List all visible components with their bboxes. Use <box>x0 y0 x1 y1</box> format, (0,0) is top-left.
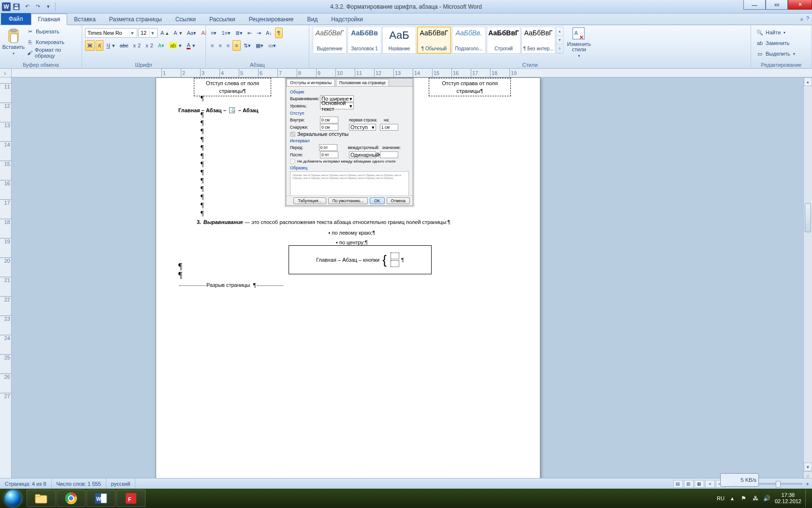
change-styles-button[interactable]: A Изменить стили▾ <box>564 26 594 58</box>
sort-icon[interactable]: A↓ <box>264 28 274 38</box>
change-case-icon[interactable]: Aa▾ <box>185 28 198 38</box>
tab-view[interactable]: Вид <box>300 14 324 25</box>
select-button[interactable]: ▭Выделить▾ <box>754 48 797 59</box>
prev-page-icon[interactable]: « <box>804 463 812 471</box>
tab-layout[interactable]: Разметка страницы <box>102 14 169 25</box>
tab-insert[interactable]: Вставка <box>67 14 102 25</box>
help-icon[interactable]: ? <box>806 15 809 22</box>
italic-button[interactable]: К <box>96 40 103 51</box>
style-emphasis[interactable]: АаБбВвГВыделение <box>313 27 347 54</box>
tab-home[interactable]: Главная <box>31 14 68 25</box>
redo-icon[interactable]: ↷ <box>33 2 43 12</box>
tab-review[interactable]: Рецензирование <box>242 14 301 25</box>
show-desktop-button[interactable] <box>805 490 810 507</box>
cut-button[interactable]: ✂Вырезать <box>24 26 79 37</box>
taskbar-chrome[interactable] <box>57 490 86 507</box>
style-gallery-scroll[interactable]: ▴▾≡ <box>556 27 564 54</box>
style-subtitle[interactable]: АаБбВв.Подзаголо... <box>452 27 486 54</box>
word-app-icon[interactable]: W <box>2 2 11 11</box>
style-title[interactable]: АаБНазвание <box>382 27 416 54</box>
tab-selector[interactable]: L <box>0 69 12 77</box>
page[interactable]: Отступ слева от поля страницы¶ Отступ сп… <box>156 77 540 489</box>
style-normal[interactable]: АаБбВвГ¶ Обычный <box>417 27 451 54</box>
horizontal-ruler[interactable]: 12345678910111213141516171819 <box>12 69 812 77</box>
network-widget[interactable]: 5 KB/s <box>720 473 759 487</box>
multilevel-icon[interactable]: ≣▾ <box>233 28 245 38</box>
status-page[interactable]: Страница: 4 из 8 <box>0 478 52 489</box>
underline-button[interactable]: Ч▾ <box>104 40 116 51</box>
font-color-icon[interactable]: A▾ <box>185 40 197 51</box>
status-language[interactable]: русский <box>106 478 135 489</box>
tab-mailings[interactable]: Рассылки <box>203 14 242 25</box>
replace-button[interactable]: abЗаменить <box>754 38 791 48</box>
save-icon[interactable] <box>12 2 21 12</box>
undo-icon[interactable]: ↶ <box>22 2 32 12</box>
tray-clock[interactable]: 17:3802.12.2012 <box>775 492 801 505</box>
network-icon[interactable]: 🖧 <box>752 494 759 502</box>
tab-references[interactable]: Ссылки <box>169 14 203 25</box>
close-button[interactable]: ✕ <box>788 0 812 10</box>
copy-button[interactable]: ⎘Копировать <box>24 37 79 47</box>
start-button[interactable] <box>0 489 26 508</box>
zoom-slider[interactable] <box>754 483 802 485</box>
tab-addins[interactable]: Надстройки <box>324 14 370 25</box>
vertical-scrollbar[interactable]: ▴ ▾ «○» <box>803 77 812 489</box>
ribbon-minimize-icon[interactable]: ▵ <box>800 15 803 22</box>
status-words[interactable]: Число слов: 1 555 <box>52 478 106 489</box>
document-area[interactable]: Отступ слева от поля страницы¶ Отступ сп… <box>12 77 812 489</box>
shading-icon[interactable]: ▦▾ <box>254 40 265 51</box>
ribbon-tabs: Файл Главная Вставка Разметка страницы С… <box>0 14 812 25</box>
font-name-combo[interactable]: Times New Ro▾ <box>85 28 137 38</box>
style-heading1[interactable]: АаБбВвЗаголовок 1 <box>348 27 381 54</box>
text-effects-icon[interactable]: A▾ <box>156 40 166 51</box>
tab-file[interactable]: Файл <box>1 13 31 25</box>
view-print-layout-icon[interactable]: ▤ <box>673 480 683 488</box>
font-size-combo[interactable]: 12▾ <box>138 28 158 38</box>
tray-up-icon[interactable]: ▴ <box>728 494 736 502</box>
bullets-icon[interactable]: ≡▾ <box>209 28 218 38</box>
view-outline-icon[interactable]: ≡ <box>705 480 715 488</box>
volume-icon[interactable]: 🔊 <box>763 494 771 502</box>
strikethrough-icon[interactable]: abc <box>118 40 130 51</box>
line-spacing-icon[interactable]: ‌⇅▾ <box>242 40 253 51</box>
select-icon: ▭ <box>756 50 764 58</box>
view-web-icon[interactable]: ▦ <box>695 480 704 488</box>
zoom-in-icon[interactable]: + <box>806 481 809 487</box>
maximize-button[interactable]: ▭ <box>766 0 788 10</box>
align-right-icon[interactable]: ≡ <box>225 40 232 51</box>
borders-icon[interactable]: ▭▾ <box>266 40 278 51</box>
qat-customize-icon[interactable]: ▾ <box>44 2 53 12</box>
style-strong[interactable]: АаБбВвГСтрогий <box>487 27 521 54</box>
superscript-icon[interactable]: x2 <box>144 40 155 51</box>
increase-indent-icon[interactable]: ⇥ <box>255 28 263 38</box>
shrink-font-icon[interactable]: A▾ <box>172 28 184 38</box>
tray-lang[interactable]: RU <box>717 495 725 501</box>
numbering-icon[interactable]: 1≡▾ <box>219 28 232 38</box>
find-button[interactable]: 🔍Найти▾ <box>754 27 787 38</box>
scroll-up-icon[interactable]: ▴ <box>804 77 812 86</box>
align-center-icon[interactable]: ≡ <box>217 40 223 51</box>
decrease-indent-icon[interactable]: ⇤ <box>246 28 254 38</box>
svg-text:F: F <box>128 496 131 502</box>
paste-button[interactable]: Вставить▾ <box>3 26 24 58</box>
style-nospacing[interactable]: АаБбВвГ¶ Без интер... <box>522 27 555 54</box>
justify-icon[interactable]: ≡ <box>232 40 240 51</box>
svg-point-11 <box>69 496 74 501</box>
taskbar-app[interactable]: F <box>116 490 145 507</box>
subscript-icon[interactable]: x2 <box>131 40 143 51</box>
grow-font-icon[interactable]: A▴ <box>159 28 171 38</box>
quick-access-toolbar: W ↶ ↷ ▾ <box>0 2 57 12</box>
vertical-ruler[interactable]: /*ticks drawn below via JS*/ 11121314151… <box>0 77 12 489</box>
format-painter-button[interactable]: 🖌Формат по образцу <box>24 47 79 58</box>
highlight-icon[interactable]: ab▾ <box>167 40 184 51</box>
taskbar-explorer[interactable] <box>27 490 56 507</box>
minimize-button[interactable]: — <box>743 0 766 10</box>
flag-icon[interactable]: ⚑ <box>740 494 748 502</box>
bold-button[interactable]: Ж <box>85 40 95 51</box>
taskbar-word[interactable]: W <box>87 490 116 507</box>
view-fullscreen-icon[interactable]: ▥ <box>684 480 694 488</box>
show-marks-icon[interactable]: ¶ <box>275 28 283 38</box>
scroll-thumb[interactable] <box>805 203 811 232</box>
style-gallery[interactable]: АаБбВвГВыделение АаБбВвЗаголовок 1 АаБНа… <box>312 26 564 54</box>
align-left-icon[interactable]: ≡ <box>209 40 216 51</box>
